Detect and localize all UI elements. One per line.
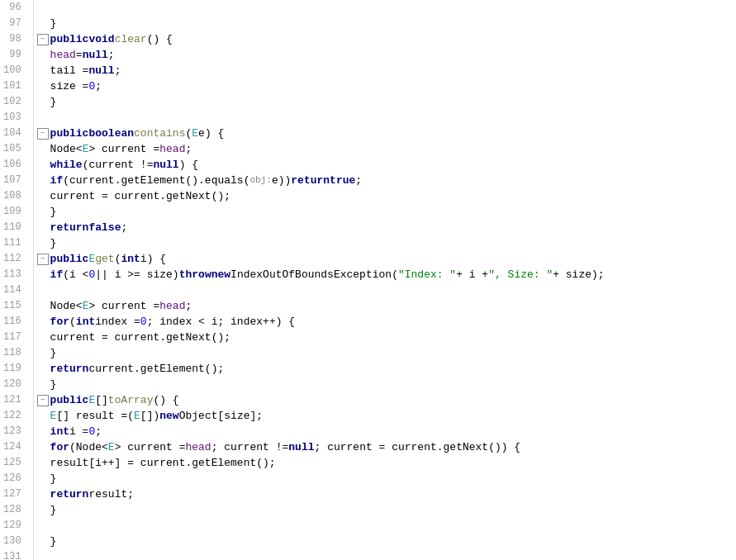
token-number: 0: [88, 78, 95, 94]
token-method-name: get: [95, 251, 114, 267]
code-line: return current.getElement();: [37, 361, 736, 377]
line-number: 113: [3, 267, 26, 282]
token-plain: Node<: [50, 141, 83, 157]
token-plain: ) {: [179, 157, 198, 173]
token-kw-void: void: [88, 31, 114, 47]
code-line: current = current.getNext();: [37, 188, 736, 204]
line-number: 118: [3, 345, 26, 361]
token-plain: (: [115, 251, 121, 267]
token-kw-bool: boolean: [88, 126, 134, 141]
token-kw-return: return: [50, 486, 89, 502]
code-line: Node<E> current = head;: [37, 298, 736, 314]
token-plain: i =: [69, 424, 88, 439]
token-plain: + size);: [553, 267, 604, 282]
line-number: 107: [3, 173, 26, 188]
token-string-literal: ", Size: ": [488, 267, 553, 282]
code-line: return result;: [37, 486, 736, 502]
line-number: 124: [3, 439, 26, 455]
token-kw-E: E: [83, 141, 89, 157]
fold-icon[interactable]: −: [37, 128, 49, 140]
token-plain: IndexOutOfBoundsException(: [230, 267, 398, 282]
line-number: 125: [3, 455, 26, 471]
token-plain: (i <: [63, 267, 88, 282]
line-number: 112: [3, 251, 26, 267]
line-number: 101: [3, 78, 26, 94]
token-kw-return: return: [50, 220, 89, 235]
token-kw-throw: throw: [179, 267, 211, 282]
token-plain: > current =: [88, 141, 159, 157]
line-number: 103: [3, 110, 26, 126]
token-head-ref: head: [185, 439, 211, 455]
token-plain: }: [50, 235, 57, 251]
token-plain: []): [140, 408, 159, 424]
token-plain: ;: [108, 47, 115, 63]
token-kw-true: true: [330, 173, 355, 188]
code-line: if (i < 0 || i >= size) throw new IndexO…: [37, 267, 736, 282]
token-kw-pub: public: [50, 126, 89, 141]
token-plain: }: [50, 204, 57, 220]
token-kw-null: null: [88, 63, 114, 78]
code-line: −public E get(int i) {: [37, 251, 736, 267]
code-line: [37, 110, 736, 126]
line-number: 115: [3, 298, 26, 314]
code-line: int i = 0;: [37, 424, 736, 439]
token-plain: }: [50, 534, 57, 549]
token-plain: ; current !=: [211, 439, 289, 455]
code-line: [37, 0, 736, 16]
token-plain: ; index < i; index++) {: [147, 314, 295, 330]
token-plain: size =: [50, 78, 89, 94]
token-plain: }: [50, 345, 57, 361]
code-line: return false;: [37, 220, 736, 235]
token-plain: tail =: [50, 63, 89, 78]
code-line: }: [37, 471, 736, 486]
code-line: }: [37, 235, 736, 251]
line-number: 119: [3, 361, 26, 377]
code-line: }: [37, 534, 736, 549]
token-kw-if: if: [50, 173, 64, 188]
token-kw-return: return: [291, 173, 330, 188]
code-line: head = null;: [37, 47, 736, 63]
fold-icon[interactable]: −: [37, 34, 49, 45]
fold-icon[interactable]: −: [37, 254, 49, 265]
token-kw-for: for: [50, 314, 69, 330]
code-line: −public boolean contains(E e) {: [37, 126, 736, 141]
token-kw-false: false: [88, 220, 121, 235]
token-plain: }: [50, 377, 57, 392]
token-plain: result[i++] = current.getElement();: [50, 455, 276, 471]
token-plain: }: [50, 471, 57, 486]
token-plain: current.getElement();: [88, 361, 224, 377]
line-number: 102: [3, 94, 26, 110]
token-head-ref: head: [159, 141, 185, 157]
token-plain: ;: [115, 63, 121, 78]
token-plain: =: [76, 47, 83, 63]
code-line: tail = null;: [37, 63, 736, 78]
token-plain: Object[size];: [179, 408, 263, 424]
token-plain: ;: [185, 141, 192, 157]
token-plain: ;: [355, 173, 362, 188]
token-kw-null: null: [83, 47, 108, 63]
token-plain: () {: [153, 392, 178, 408]
line-number: 121: [3, 392, 26, 408]
token-plain: [] result =(: [56, 408, 134, 424]
token-kw-new: new: [211, 267, 230, 282]
token-method-name: clear: [115, 31, 147, 47]
code-line: [37, 549, 736, 560]
token-plain: (: [185, 126, 192, 141]
line-number: 104: [3, 126, 26, 141]
code-line: [37, 282, 736, 298]
token-plain: (current.getElement().equals(: [63, 173, 249, 188]
code-content[interactable]: }−public void clear() { head = null; tai…: [34, 0, 736, 560]
line-number: 122: [3, 408, 26, 424]
line-number: 129: [3, 518, 26, 534]
code-line: }: [37, 204, 736, 220]
token-kw-null: null: [288, 439, 314, 455]
token-kw-int: int: [76, 314, 95, 330]
token-plain: + i +: [456, 267, 488, 282]
code-line: result[i++] = current.getElement();: [37, 455, 736, 471]
token-plain: e)): [272, 173, 291, 188]
token-plain: index =: [95, 314, 140, 330]
token-plain: > current =: [115, 439, 186, 455]
code-line: }: [37, 94, 736, 110]
line-number: 131: [3, 549, 26, 560]
fold-icon[interactable]: −: [37, 395, 49, 406]
